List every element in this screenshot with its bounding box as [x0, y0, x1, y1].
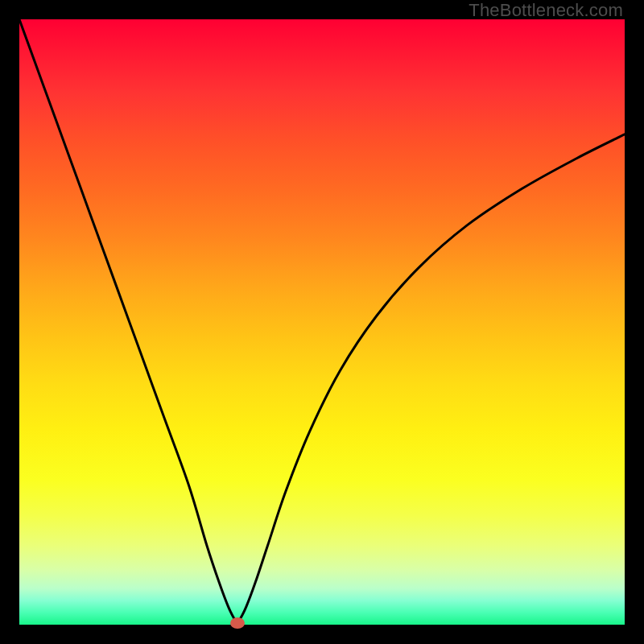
chart-frame: TheBottleneck.com: [0, 0, 644, 644]
plot-area: [19, 19, 625, 625]
watermark-text: TheBottleneck.com: [469, 0, 623, 21]
bottleneck-curve: [19, 19, 625, 621]
curve-svg: [19, 19, 625, 625]
optimum-marker: [230, 617, 245, 629]
